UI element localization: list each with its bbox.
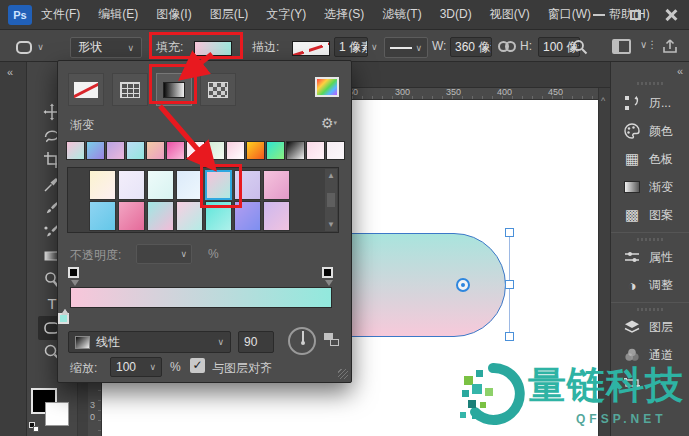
- gradient-swatch[interactable]: [226, 141, 245, 160]
- gradient-preset[interactable]: [263, 170, 290, 200]
- shape-radius-target-icon[interactable]: [456, 278, 470, 292]
- gradient-swatch[interactable]: [206, 141, 225, 160]
- chevron-down-icon[interactable]: ∨: [371, 42, 378, 52]
- gradient-preset[interactable]: [234, 201, 261, 231]
- transform-handle-top-right[interactable]: [505, 228, 514, 237]
- menu-image[interactable]: 图像(I): [147, 0, 200, 29]
- angle-dial[interactable]: [288, 327, 316, 355]
- gradient-preset[interactable]: [205, 201, 232, 231]
- panel-history[interactable]: 历...: [611, 90, 689, 116]
- panel-gradients[interactable]: 渐变: [611, 174, 689, 200]
- panel-toggle-icon[interactable]: [612, 39, 631, 54]
- gradient-swatch[interactable]: [166, 141, 185, 160]
- swatches-grid-icon: ▦: [622, 150, 642, 168]
- align-with-layer-label: 与图层对齐: [212, 360, 272, 377]
- opacity-field[interactable]: ∨: [136, 244, 192, 264]
- gradient-preview-bar[interactable]: [70, 287, 332, 308]
- color-picker-button[interactable]: [315, 77, 339, 97]
- gradient-preset[interactable]: [89, 170, 116, 200]
- gear-icon[interactable]: ⚙▾: [321, 115, 337, 131]
- gradient-swatch[interactable]: [186, 141, 205, 160]
- menu-edit[interactable]: 编辑(E): [89, 0, 147, 29]
- fill-type-gradient-button[interactable]: [156, 73, 192, 106]
- menu-filter[interactable]: 滤镜(T): [373, 0, 430, 29]
- export-icon[interactable]: [661, 37, 679, 55]
- stroke-width-field[interactable]: 1 像素: [334, 37, 368, 57]
- tool-mode-select[interactable]: 形状 ∨: [70, 37, 142, 58]
- gradient-style-select[interactable]: 线性 ∨: [68, 331, 231, 353]
- gradient-preset[interactable]: [147, 201, 174, 231]
- right-panel-dock: « 历... 颜色 ▦ 色板 渐变 ▩ 图案 属性: [610, 62, 689, 436]
- gradient-preset[interactable]: [263, 201, 290, 231]
- preset-scrollbar[interactable]: ▲ ▼: [325, 169, 337, 231]
- options-more-icon[interactable]: ∨⋮: [640, 39, 657, 50]
- gradient-section-label: 渐变: [70, 117, 94, 134]
- gradient-preset[interactable]: [118, 170, 145, 200]
- gradient-swatch[interactable]: [66, 141, 85, 160]
- menu-layer[interactable]: 图层(L): [201, 0, 258, 29]
- maximize-button[interactable]: [617, 0, 653, 30]
- gradient-preset[interactable]: [89, 201, 116, 231]
- background-color-swatch[interactable]: [45, 402, 69, 426]
- default-colors-icon[interactable]: [29, 422, 40, 433]
- transform-handle-right[interactable]: [505, 280, 514, 289]
- gradient-swatch[interactable]: [266, 141, 285, 160]
- link-dimensions-icon[interactable]: [498, 41, 516, 52]
- gradient-swatch[interactable]: [106, 141, 125, 160]
- scroll-up-icon[interactable]: ▲: [327, 171, 335, 180]
- collapse-panels-icon[interactable]: «: [7, 66, 13, 78]
- transform-handle-bottom-right[interactable]: [505, 332, 514, 341]
- scale-field[interactable]: 100∨: [110, 357, 162, 377]
- close-button[interactable]: [653, 0, 689, 30]
- ruler-number: 3: [90, 400, 95, 410]
- gradient-swatch[interactable]: [306, 141, 325, 160]
- panel-adjustments[interactable]: ◑ 调整: [611, 272, 689, 298]
- scroll-up-icon[interactable]: ^: [601, 96, 605, 106]
- gradient-preset[interactable]: [176, 201, 203, 231]
- fill-swatch[interactable]: [194, 41, 232, 56]
- gradient-swatch[interactable]: [326, 141, 345, 160]
- scroll-down-icon[interactable]: ▼: [327, 220, 335, 229]
- gradient-swatch[interactable]: [286, 141, 305, 160]
- panel-swatches[interactable]: ▦ 色板: [611, 146, 689, 172]
- gradient-preset[interactable]: [147, 170, 174, 200]
- gradient-swatch[interactable]: [246, 141, 265, 160]
- menu-select[interactable]: 选择(S): [315, 0, 373, 29]
- panel-channels[interactable]: 通道: [611, 342, 689, 368]
- gradient-preset[interactable]: [234, 170, 261, 200]
- menu-file[interactable]: 文件(F): [32, 0, 89, 29]
- menu-view[interactable]: 视图(V): [481, 0, 539, 29]
- shape-width-field[interactable]: 360 像素: [450, 37, 492, 57]
- menu-type[interactable]: 文字(Y): [257, 0, 315, 29]
- gradient-swatch[interactable]: [126, 141, 145, 160]
- stroke-style-select[interactable]: ∨: [384, 37, 428, 58]
- reverse-gradient-icon[interactable]: [324, 333, 341, 348]
- scroll-thumb[interactable]: [327, 193, 335, 207]
- gradient-swatch[interactable]: [86, 141, 105, 160]
- gradient-preset[interactable]: [118, 201, 145, 231]
- panel-patterns[interactable]: ▩ 图案: [611, 202, 689, 228]
- panel-color[interactable]: 颜色: [611, 118, 689, 144]
- fill-type-pattern-button[interactable]: [200, 73, 236, 106]
- panel-properties[interactable]: 属性: [611, 244, 689, 270]
- opacity-stop-right[interactable]: [322, 267, 333, 278]
- stroke-swatch[interactable]: [292, 41, 330, 56]
- collapse-panels-icon[interactable]: «: [677, 65, 683, 77]
- fill-type-none-button[interactable]: [68, 73, 104, 106]
- gradient-swatch[interactable]: [146, 141, 165, 160]
- gradient-preset[interactable]: [176, 170, 203, 200]
- canvas-scrollbar[interactable]: ^: [598, 88, 610, 436]
- color-stop-right[interactable]: [58, 313, 69, 324]
- panel-partial-row[interactable]: [611, 370, 689, 396]
- fill-type-solid-button[interactable]: [112, 73, 148, 106]
- resize-grip[interactable]: [338, 369, 348, 379]
- opacity-stop-left[interactable]: [68, 267, 79, 278]
- shape-tool-preset-button[interactable]: ∨: [6, 36, 54, 58]
- menu-3d[interactable]: 3D(D): [431, 0, 481, 29]
- gradient-angle-field[interactable]: 90: [238, 331, 274, 353]
- ruler-number: 300: [395, 87, 410, 97]
- panel-layers[interactable]: 图层: [611, 314, 689, 340]
- minimize-button[interactable]: [581, 0, 617, 30]
- gradient-preset-selected[interactable]: [205, 170, 232, 200]
- align-with-layer-checkbox[interactable]: ✓: [190, 358, 205, 373]
